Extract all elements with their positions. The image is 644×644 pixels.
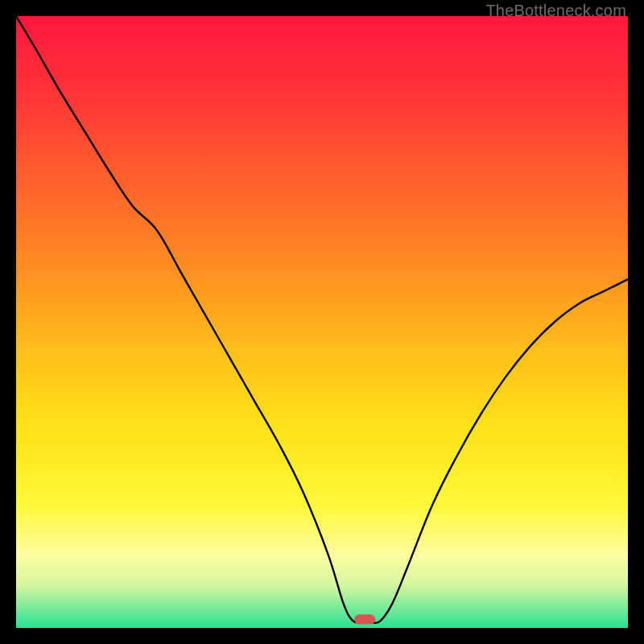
bottleneck-chart [16,16,628,628]
chart-frame: TheBottleneck.com [0,0,644,644]
optimal-marker [354,614,375,624]
plot-area [16,16,628,628]
